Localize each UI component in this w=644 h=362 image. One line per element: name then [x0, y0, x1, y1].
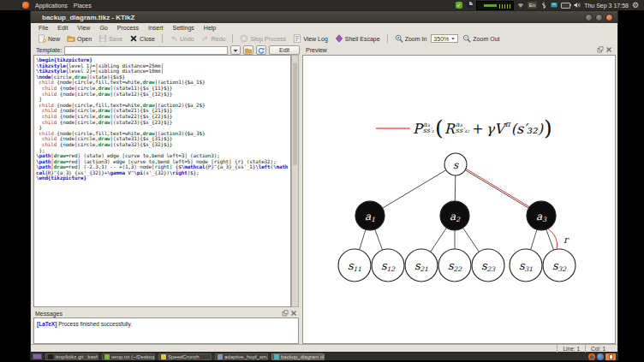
tree-node-label-s: s [453, 159, 459, 171]
view-log-button[interactable]: View Log [290, 33, 331, 44]
menu-settings[interactable]: Settings [173, 25, 194, 31]
formula-lparen: ( [435, 117, 444, 139]
messaging-icon[interactable] [551, 2, 558, 9]
template-open-button[interactable] [243, 45, 253, 55]
code-line: child {node[circle,draw](state32){$s_{32… [36, 142, 289, 148]
keyboard-layout-indicator[interactable]: En [528, 2, 537, 9]
titlebar[interactable]: backup_diagram.tikz - KTikZ [31, 11, 617, 23]
taskbar-window-terminal[interactable]: /tmp/ktikz.git : bash ... [45, 353, 98, 360]
document-icon [218, 354, 223, 359]
tree-edge-a1-s11 [360, 229, 366, 250]
toolbar: NewOpenSaveCloseUndoRedoStop ProcessView… [31, 33, 617, 45]
preview-title: Preview [306, 47, 327, 53]
open-button[interactable]: Open [64, 33, 94, 44]
folder-icon [245, 47, 252, 54]
tree-edge-a3-s31 [531, 229, 537, 250]
menubar: FileEditViewGoProcessInsertSettingsHelp [31, 23, 617, 33]
refresh-icon [258, 47, 265, 54]
calculator-icon [161, 354, 166, 359]
workspace-switcher[interactable] [33, 353, 42, 359]
formula-plus: + [470, 121, 485, 137]
preview-header: Preview [302, 45, 616, 55]
taskbar-window-ktikz[interactable]: backup_diagram.tikz ... [271, 353, 325, 360]
tree-edge-a2-s21 [431, 228, 447, 252]
menu-applications[interactable]: Applications [35, 3, 68, 9]
template-reload-button[interactable] [256, 45, 266, 55]
chevron-down-icon [232, 47, 239, 54]
new-label: New [48, 36, 60, 42]
zoom-out-icon [462, 34, 471, 43]
status-line: Line: 1 [557, 345, 585, 353]
terminal-icon [48, 354, 53, 359]
maximize-button[interactable] [595, 14, 603, 21]
menu-file[interactable]: File [39, 25, 48, 31]
globe-icon[interactable] [597, 353, 604, 360]
ubuntu-logo-icon[interactable] [22, 2, 29, 9]
shell-escape-label: Shell Escape [345, 36, 380, 42]
stop-process-button[interactable]: Stop Process [237, 33, 289, 44]
taskbar-window-calculator[interactable]: SpeedCrunch [158, 353, 212, 360]
backup-diagram-tree: sa1a2a3s11s12s21s22s23s31s32r [303, 56, 616, 344]
menu-go[interactable]: Go [99, 25, 107, 31]
taskbar-window-label: SpeedCrunch [168, 354, 200, 359]
menu-help[interactable]: Help [204, 25, 216, 31]
status-col: Col: 1 [585, 345, 611, 353]
taskbar-window-text-editor[interactable]: temp.txt (~/Desktop... [102, 353, 155, 360]
redo-icon [201, 34, 210, 43]
messages-header: Messages [33, 309, 299, 317]
messages-float-icon[interactable] [282, 310, 289, 317]
formula-P: P [413, 121, 422, 137]
menu-process[interactable]: Process [117, 25, 139, 31]
code-line: child {node[circle,draw](state12){$s_{12… [36, 92, 289, 98]
menu-insert[interactable]: Insert [148, 25, 164, 31]
new-button[interactable]: New [35, 33, 63, 44]
taskbar-window-label: adaptive_hopf_struc... [224, 354, 268, 359]
system-monitor-applet[interactable] [476, 1, 514, 10]
time-tracker-icon[interactable] [466, 2, 473, 9]
redo-button[interactable]: Redo [199, 33, 229, 44]
editor-scrollbar[interactable] [291, 55, 299, 307]
chevron-down-icon [450, 36, 456, 41]
messages-close-icon[interactable] [290, 310, 297, 317]
session-gear-icon[interactable]: ⚙ [632, 1, 639, 9]
template-input[interactable] [64, 46, 228, 55]
taskbar-window-label: temp.txt (~/Desktop... [111, 354, 155, 359]
close-button[interactable]: Close [127, 33, 158, 44]
close-button[interactable] [605, 14, 613, 21]
zoom-out-button[interactable]: Zoom Out [460, 33, 502, 44]
clock[interactable]: Thu Sep 3 17:58 [584, 3, 629, 9]
code-line: \end{tikzpicture} [36, 175, 289, 181]
template-edit-button[interactable]: Edit [269, 45, 300, 55]
wifi-icon[interactable] [517, 2, 524, 9]
bluetooth-icon[interactable] [540, 2, 547, 9]
zoom-in-button[interactable]: Zoom In [392, 33, 430, 44]
close-label: Close [140, 36, 155, 42]
preview-close-icon[interactable] [605, 46, 612, 53]
stop-process-icon [240, 34, 248, 43]
code-editor[interactable]: \begin{tikzpicture}\tikzstyle{level 1}=[… [33, 55, 291, 307]
shell-escape-button[interactable]: Shell Escape [332, 33, 383, 44]
taskbar-window-label: backup_diagram.tikz ... [281, 354, 325, 359]
software-update-icon[interactable]: ✓ [456, 2, 462, 9]
minimize-button[interactable] [585, 14, 593, 21]
ktikz-window: backup_diagram.tikz - KTikZ FileEditView… [30, 10, 618, 353]
firefox-icon[interactable] [588, 353, 595, 360]
undo-button[interactable]: Undo [167, 33, 197, 44]
volume-icon[interactable] [574, 2, 581, 9]
save-label: Save [109, 36, 122, 42]
formula-gammaV: γV [486, 121, 504, 137]
stop-process-label: Stop Process [250, 36, 286, 42]
tree-edge-s-a3 [465, 170, 528, 209]
preview-float-icon[interactable] [597, 46, 604, 53]
menu-edit[interactable]: Edit [57, 25, 68, 31]
zoom-level-select[interactable]: 350% [431, 34, 458, 43]
active-app-icon[interactable] [605, 353, 616, 360]
messages-title: Messages [35, 311, 63, 317]
save-button[interactable]: Save [96, 33, 125, 44]
menu-view[interactable]: View [77, 25, 90, 31]
tree-edge-s-a2 [455, 175, 456, 201]
taskbar-window-document[interactable]: adaptive_hopf_struc... [215, 353, 268, 360]
template-dropdown-button[interactable] [230, 45, 241, 55]
menu-places[interactable]: Places [74, 3, 92, 9]
battery-icon[interactable] [561, 3, 570, 9]
